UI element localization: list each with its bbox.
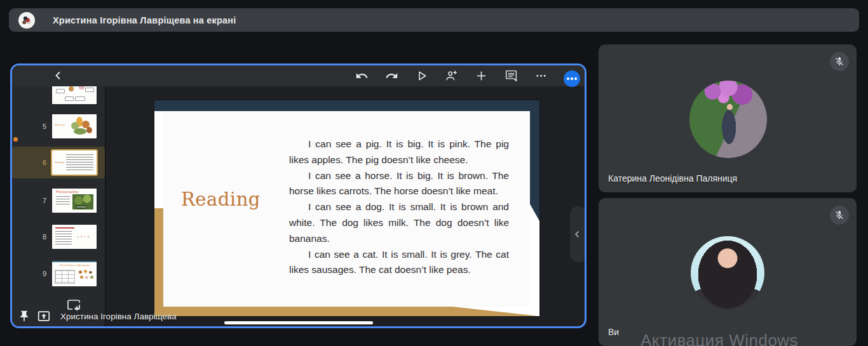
- panel-collapse-handle[interactable]: [570, 206, 587, 262]
- slide-thumbnail[interactable]: Physical activity monkey: [52, 189, 97, 213]
- slide-thumbnail[interactable]: a b c d: [52, 225, 97, 249]
- slide-thumbnail-selected[interactable]: Reading: [52, 150, 97, 175]
- screen-share-banner-text: Христина Ігорівна Лавріщева на екрані: [53, 15, 236, 25]
- pin-icon[interactable]: [18, 310, 31, 323]
- slide-thumbnail-row: 7 Physical activity monkey: [12, 189, 105, 213]
- slide-thumbnail-row: 5 Warm up: [12, 114, 105, 138]
- play-icon[interactable]: [415, 69, 428, 83]
- screen-share-banner: Христина Ігорівна Лавріщева на екрані: [9, 8, 859, 32]
- mic-muted-badge: [830, 206, 849, 225]
- horizontal-scrollbar[interactable]: [224, 321, 373, 324]
- slide-number: 7: [12, 197, 52, 204]
- present-to-screen-icon: [37, 309, 51, 323]
- slide-title: Reading: [181, 189, 261, 210]
- windows-activation-watermark: Активация Windows: [641, 331, 798, 346]
- add-icon[interactable]: [475, 69, 488, 83]
- slides-toolbar: [12, 65, 585, 86]
- slide-thumbnail-row: 8 a b c d: [12, 225, 105, 249]
- slide-canvas[interactable]: Reading I can see a pig. It is big. It i…: [154, 100, 539, 316]
- slide-paragraph: I can see a cat. It is small. It is grey…: [289, 247, 509, 279]
- slide-thumbnail[interactable]: Warm up: [52, 114, 97, 138]
- slide-paragraph: I can see a pig. It is big. It is pink. …: [289, 136, 509, 168]
- slide-number: 9: [12, 270, 52, 277]
- chevron-left-icon: [572, 229, 582, 239]
- participant-tile[interactable]: Катерина Леонідівна Паляниця: [599, 44, 857, 192]
- self-name: Ви: [608, 327, 619, 337]
- slide-paragraph: I can see a horse. It is big. It is brow…: [289, 168, 509, 200]
- comment-icon[interactable]: [505, 69, 518, 83]
- participant-avatar: [689, 81, 767, 158]
- redo-icon[interactable]: [385, 69, 398, 83]
- self-avatar: [691, 236, 764, 310]
- more-options-blue-button[interactable]: [564, 70, 580, 87]
- undo-icon[interactable]: [355, 69, 369, 83]
- collaborator-dot: [13, 137, 18, 142]
- slide-right-strip: [530, 100, 539, 221]
- slide-thumbnail-row-selected: 6 Reading: [12, 147, 105, 178]
- more-icon[interactable]: [534, 69, 548, 83]
- slide-number: 8: [12, 233, 52, 241]
- slide-top-band: [154, 100, 539, 111]
- presenter-avatar: [18, 12, 35, 29]
- mic-off-icon: [834, 57, 844, 67]
- slide-thumbnail-row: 9 Put animals in right groups: [12, 261, 105, 286]
- filmstrip-divider: [105, 86, 105, 326]
- add-person-icon[interactable]: [445, 69, 458, 83]
- back-icon[interactable]: [51, 69, 64, 82]
- meet-stage: Христина Ігорівна Лавріщева на екрані: [0, 0, 868, 346]
- slide-content-box: Reading I can see a pig. It is big. It i…: [163, 111, 530, 307]
- mic-muted-badge: [830, 52, 849, 71]
- slide-number: 5: [12, 123, 52, 130]
- add-slide-icon[interactable]: [66, 297, 81, 312]
- slide-reading-text: I can see a pig. It is big. It is pink. …: [289, 136, 509, 278]
- slide-filmstrip: 5 Warm up 6 Reading 7: [12, 86, 105, 326]
- participant-name: Катерина Леонідівна Паляниця: [608, 173, 737, 183]
- slide-number: 6: [12, 159, 52, 166]
- mic-off-icon: [834, 210, 844, 220]
- self-tile[interactable]: Ви: [599, 198, 857, 346]
- slide-paragraph: I can see a dog. It is small. It is brow…: [289, 199, 509, 246]
- shared-screen-tile[interactable]: 5 Warm up 6 Reading 7: [10, 63, 587, 328]
- slide-thumbnail[interactable]: Put animals in right groups: [52, 261, 97, 286]
- presenter-name-label: Христина Ігорівна Лавріщева: [60, 312, 177, 321]
